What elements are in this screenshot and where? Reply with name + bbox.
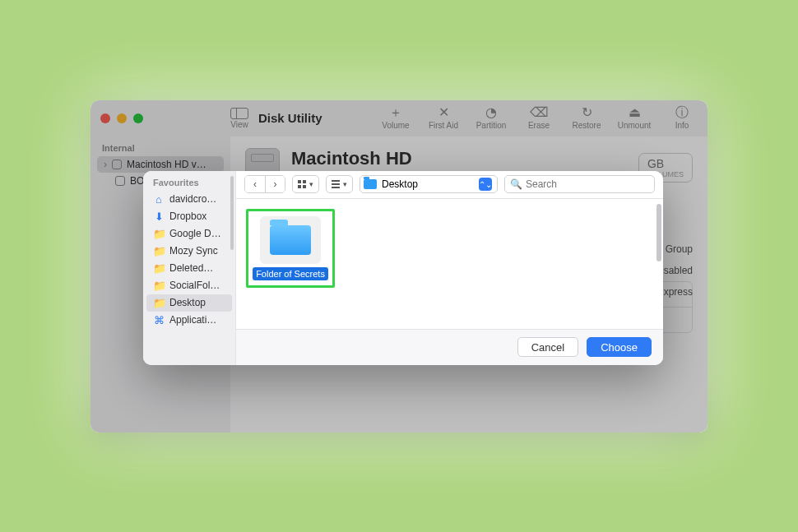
disk-icon: [112, 160, 122, 169]
chevron-right-icon: ›: [104, 159, 107, 170]
favourite-label: davidcro…: [169, 193, 216, 205]
icon-view-button[interactable]: ▾: [292, 175, 319, 193]
favourite-item[interactable]: ⬇Dropbox: [146, 208, 232, 225]
favourite-label: Deleted…: [169, 262, 213, 274]
sidebar-icon: [230, 108, 248, 119]
search-field[interactable]: 🔍: [504, 175, 655, 193]
toolbar-label: Erase: [528, 121, 550, 130]
favourite-item[interactable]: 📁Deleted…: [146, 260, 232, 277]
grid-icon: [298, 180, 306, 188]
favourite-label: Applicati…: [169, 314, 216, 326]
partition-icon: ◔: [485, 106, 497, 119]
search-icon: 🔍: [510, 178, 522, 190]
nav-back-forward[interactable]: ‹ ›: [244, 175, 285, 193]
apps-icon: ⌘: [153, 314, 165, 326]
favourite-label: SocialFol…: [169, 280, 220, 291]
home-icon: ⌂: [153, 193, 165, 206]
open-panel-footer: Cancel Choose: [236, 329, 663, 365]
favourite-label: Desktop: [169, 297, 206, 308]
favourite-item[interactable]: ⌂davidcro…: [146, 191, 232, 208]
toolbar-firstaid[interactable]: ✕First Aid: [426, 106, 461, 130]
folder-icon: [270, 225, 311, 255]
favourite-item[interactable]: ⌘Applicati…: [146, 312, 232, 329]
volume-icon: ＋: [389, 106, 402, 119]
info-icon: ⓘ: [675, 106, 689, 119]
disk-icon: [115, 176, 125, 186]
folder-icon: 📁: [153, 262, 165, 275]
restore-icon: ↻: [582, 106, 592, 119]
toolbar-info[interactable]: ⓘInfo: [665, 106, 699, 130]
volume-title: Macintosh HD: [291, 148, 412, 169]
window-title: Disk Utility: [258, 111, 322, 125]
toolbar-unmount[interactable]: ⏏Unmount: [617, 106, 652, 130]
folder-icon: 📁: [153, 297, 165, 309]
file-item-label: Folder of Secrets: [253, 267, 328, 280]
unmount-icon: ⏏: [629, 106, 641, 119]
favourite-item[interactable]: 📁Google D…: [146, 225, 232, 243]
close-icon[interactable]: [100, 113, 110, 123]
toolbar-erase[interactable]: ⌫Erase: [522, 106, 556, 130]
list-icon: [332, 180, 340, 188]
maximize-icon[interactable]: [133, 113, 143, 123]
toolbar-label: Volume: [382, 121, 409, 130]
sidebar-heading: Internal: [102, 143, 219, 153]
favourite-item[interactable]: 📁Desktop: [146, 294, 232, 312]
open-panel: Favourites ⌂davidcro…⬇Dropbox📁Google D…📁…: [143, 171, 663, 365]
titlebar: View Disk Utility ＋Volume✕First Aid◔Part…: [90, 100, 708, 136]
folder-icon: 📁: [153, 228, 165, 240]
sidebar-item[interactable]: ›Macintosh HD v…: [97, 156, 224, 173]
toolbar-restore[interactable]: ↻Restore: [569, 106, 604, 130]
file-item-selected[interactable]: Folder of Secrets: [246, 209, 335, 288]
favourite-label: Google D…: [169, 228, 221, 239]
location-label: Desktop: [382, 178, 418, 190]
favourite-item[interactable]: 📁Mozy Sync: [146, 243, 232, 260]
toolbar-label: Partition: [476, 121, 507, 130]
favourite-label: Dropbox: [169, 210, 206, 222]
view-label: View: [230, 120, 248, 129]
forward-button[interactable]: ›: [265, 176, 285, 192]
view-toggle[interactable]: View: [230, 108, 248, 129]
sidebar-item-label: Macintosh HD v…: [127, 159, 206, 170]
disk-utility-window: View Disk Utility ＋Volume✕First Aid◔Part…: [90, 100, 708, 433]
open-panel-sidebar: Favourites ⌂davidcro…⬇Dropbox📁Google D…📁…: [143, 171, 236, 365]
dropbox-icon: ⬇: [153, 210, 165, 223]
folder-icon: [364, 179, 377, 189]
firstaid-icon: ✕: [438, 106, 449, 119]
toolbar-volume[interactable]: ＋Volume: [378, 106, 413, 130]
right-column-hints: Groupsabledxpress: [664, 238, 693, 303]
folder-icon: 📁: [153, 245, 165, 257]
group-by-button[interactable]: ▾: [326, 175, 353, 193]
back-button[interactable]: ‹: [245, 176, 265, 192]
scrollbar-icon[interactable]: [656, 204, 661, 261]
traffic-lights[interactable]: [100, 113, 143, 123]
toolbar-label: Restore: [572, 121, 601, 130]
favourites-heading: Favourites: [146, 176, 232, 191]
toolbar-label: Info: [675, 121, 689, 130]
cancel-button[interactable]: Cancel: [517, 337, 578, 357]
search-input[interactable]: [526, 178, 649, 190]
location-popup[interactable]: Desktop ⌃⌄: [360, 175, 498, 193]
favourite-label: Mozy Sync: [169, 245, 218, 257]
chevron-updown-icon: ⌃⌄: [479, 178, 492, 191]
scrollbar-icon[interactable]: [230, 176, 234, 250]
file-browser[interactable]: Folder of Secrets: [236, 199, 663, 329]
erase-icon: ⌫: [530, 106, 549, 119]
open-panel-toolbar: ‹ › ▾ ▾ Desktop ⌃⌄ 🔍: [236, 171, 663, 199]
toolbar-label: Unmount: [618, 121, 652, 130]
favourite-item[interactable]: 📁SocialFol…: [146, 277, 232, 294]
toolbar-label: First Aid: [429, 121, 458, 130]
minimize-icon[interactable]: [117, 113, 127, 123]
toolbar-partition[interactable]: ◔Partition: [474, 106, 508, 130]
choose-button[interactable]: Choose: [587, 337, 652, 357]
folder-icon: 📁: [153, 280, 165, 292]
